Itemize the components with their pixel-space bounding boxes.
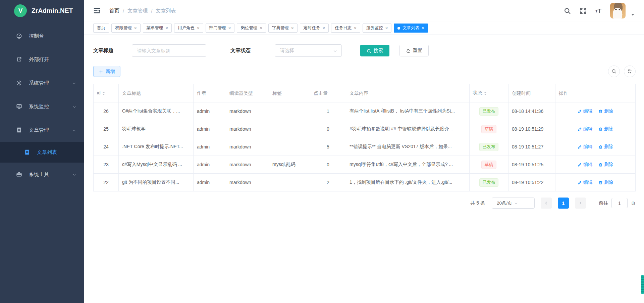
edit-button[interactable]: 编辑 [578,108,592,114]
close-icon[interactable]: × [291,26,294,30]
sidebar-item-2[interactable]: 系统管理 [0,71,84,95]
tab-9[interactable]: 服务监控× [363,24,392,33]
close-icon[interactable]: × [197,26,200,30]
tab-10[interactable]: 文章列表× [394,24,428,33]
close-icon[interactable]: × [166,26,168,30]
chevron-down-icon [72,172,76,177]
column-header-7[interactable]: 状态 [470,84,508,102]
sidebar-item-3[interactable]: 系统监控 [0,95,84,118]
goto-label: 前往 [599,200,608,206]
tab-4[interactable]: 部门管理× [206,24,235,33]
cell-content: 有两个list,listA 和listB， listA中有三个属性列为St... [346,102,470,120]
breadcrumb-item-0[interactable]: 首页 [109,8,119,14]
pencil-icon [578,144,582,149]
tab-3[interactable]: 用户角色× [174,24,203,33]
sidebar-item-label: 系统监控 [29,103,72,110]
page-number-button[interactable]: 1 [558,198,569,209]
tab-7[interactable]: 定时任务× [300,24,329,33]
pencil-icon [578,127,582,132]
table-row: 26C#两个list集合实现关联，...adminmarkdown1有两个lis… [94,102,636,120]
sidebar-subitem-0[interactable]: 文章列表 [0,142,84,163]
sidebar-item-1[interactable]: 外部打开 [0,48,84,71]
tab-label: 定时任务 [304,25,320,31]
font-size-icon[interactable]: тT [595,8,601,14]
search-button[interactable]: 搜索 [360,45,389,56]
cell-content: 1，找到项目所在目录下的 .git/文件夹，进入.git/... [346,174,470,191]
sidebar-menu: 控制台外部打开系统管理系统监控文章管理文章列表系统工具 [0,24,84,186]
chevron-down-icon [72,104,76,110]
page-size-select[interactable]: 20条/页 [492,198,535,209]
close-icon[interactable]: × [260,26,262,30]
edit-button[interactable]: 编辑 [578,179,592,185]
close-icon[interactable]: × [422,26,424,30]
cell-id: 25 [94,120,119,138]
vertical-scrollbar-thumb[interactable] [641,275,644,294]
tab-label: 岗位管理 [240,25,257,31]
sidebar-item-0[interactable]: 控制台 [0,24,84,48]
user-menu-caret-icon[interactable] [631,12,635,17]
sort-caret-icon[interactable] [102,90,105,96]
search-icon [367,48,371,53]
edit-button[interactable]: 编辑 [578,144,592,150]
close-icon[interactable]: × [134,26,137,30]
fullscreen-icon[interactable] [580,7,587,14]
sort-caret-icon[interactable] [484,90,487,96]
delete-button[interactable]: 删除 [598,179,613,185]
goto-page-input[interactable] [611,198,628,208]
tab-0[interactable]: 首页 [93,24,109,33]
cell-id: 26 [94,102,119,120]
trash-icon [598,109,603,114]
sidebar-item-5[interactable]: 系统工具 [0,163,84,186]
delete-button[interactable]: 删除 [598,108,613,114]
main-area: 首页/文章管理/文章列表 тT 首页权限管理×菜单管理×用户角色×部门管理×岗位… [84,0,644,303]
delete-button[interactable]: 删除 [598,162,613,168]
cell-title: c#写入Mysql中文显示乱码 ... [119,156,194,174]
app-logo[interactable]: V ZrAdmin.NET [0,0,84,21]
trash-icon [598,180,603,185]
tab-6[interactable]: 字典管理× [268,24,298,33]
close-icon[interactable]: × [385,26,388,30]
next-page-button[interactable] [575,198,586,209]
sidebar-collapse-icon[interactable] [93,7,101,14]
article-title-input[interactable] [132,44,206,57]
column-header-0[interactable]: id [94,84,119,102]
prev-page-button[interactable] [541,198,552,209]
tab-8[interactable]: 任务日志× [331,24,360,33]
cell-author: admin [194,156,226,174]
sidebar-item-label: 系统工具 [29,171,72,178]
pagination-total: 共 5 条 [470,200,485,206]
avatar[interactable] [610,3,626,18]
cell-id: 24 [94,138,119,156]
search-icon[interactable] [564,7,571,14]
page-unit-label: 页 [631,200,636,206]
close-icon[interactable]: × [354,26,357,30]
refresh-table-button[interactable] [624,66,636,77]
tab-5[interactable]: 岗位管理× [237,24,266,33]
delete-button[interactable]: 删除 [598,126,613,132]
logo-icon: V [14,4,27,17]
trash-icon [598,144,603,149]
cell-tag: mysql,乱码 [269,156,310,174]
tab-label: 部门管理 [209,25,226,31]
tab-2[interactable]: 菜单管理× [143,24,172,33]
edit-button[interactable]: 编辑 [578,162,592,168]
delete-button[interactable]: 删除 [598,144,613,150]
articles-table: id文章标题作者编辑器类型标签点击量文章内容状态创建时间操作 26C#两个lis… [93,84,636,191]
cell-actions: 编辑删除 [555,156,636,174]
edit-button[interactable]: 编辑 [578,126,592,132]
topbar-tools: тT [564,3,635,18]
sidebar-item-label: 系统管理 [29,80,72,86]
cell-clicks: 5 [310,138,346,156]
add-button[interactable]: 新增 [93,66,120,77]
article-status-select[interactable]: 请选择 [275,44,342,57]
reset-button[interactable]: 重置 [399,45,429,56]
show-search-button[interactable] [608,66,620,77]
tab-1[interactable]: 权限管理× [111,24,141,33]
close-icon[interactable]: × [323,26,325,30]
sidebar-item-4[interactable]: 文章管理 [0,118,84,142]
chevron-up-icon [72,127,76,133]
cell-clicks: 2 [310,174,346,191]
column-header-9: 操作 [555,84,636,102]
close-icon[interactable]: × [228,26,231,30]
article-status-placeholder: 请选择 [280,48,333,54]
